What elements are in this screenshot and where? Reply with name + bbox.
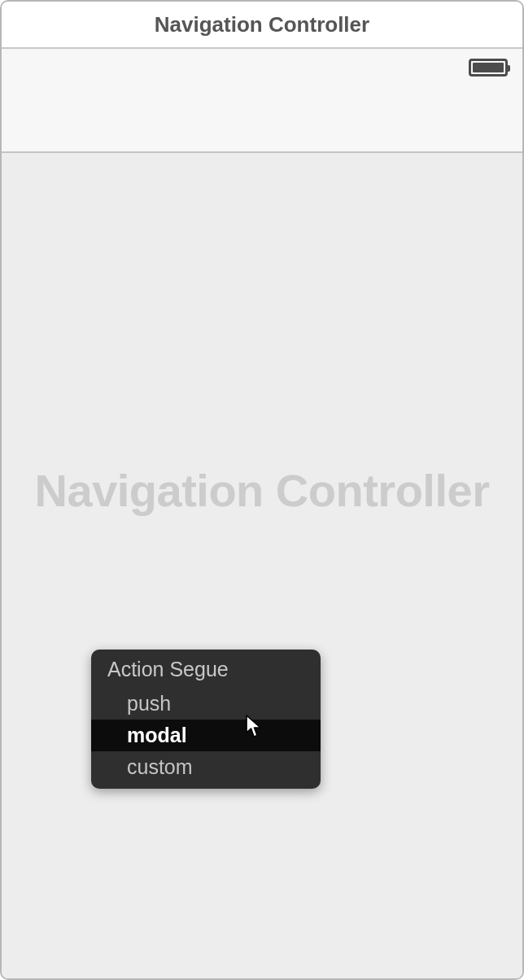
scene-title: Navigation Controller [155,12,369,37]
scene-title-bar: Navigation Controller [2,2,522,49]
navigation-bar-area [2,49,522,153]
phone-frame: Navigation Controller Navigation Control… [0,0,524,980]
placeholder-title: Navigation Controller [2,464,522,517]
segue-option-custom[interactable]: custom [91,751,321,789]
status-bar [2,49,522,73]
segue-popover: Action Segue push modal custom [91,650,321,789]
content-area: Navigation Controller [2,155,522,978]
popover-header: Action Segue [91,650,321,688]
segue-option-push[interactable]: push [91,688,321,720]
segue-option-modal[interactable]: modal [91,720,321,751]
battery-icon [469,59,508,80]
